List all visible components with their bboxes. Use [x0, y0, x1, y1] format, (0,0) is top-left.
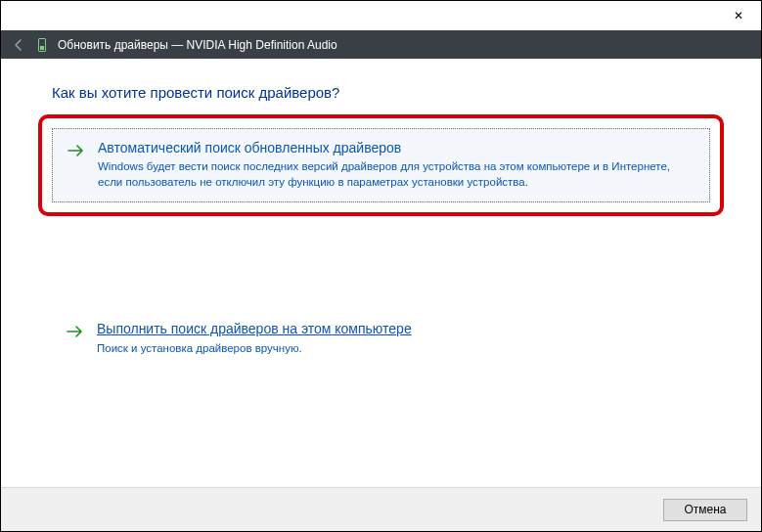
cancel-button[interactable]: Отмена	[663, 499, 747, 521]
option-auto-search[interactable]: Автоматический поиск обновленных драйвер…	[52, 128, 710, 202]
option-auto-title: Автоматический поиск обновленных драйвер…	[98, 139, 695, 156]
header-bar: Обновить драйверы — NVIDIA High Definiti…	[1, 30, 761, 59]
arrow-left-icon	[11, 37, 26, 53]
arrow-right-icon	[66, 322, 85, 341]
option-auto-body: Автоматический поиск обновленных драйвер…	[98, 139, 695, 190]
option-manual-title: Выполнить поиск драйверов на этом компью…	[97, 320, 696, 337]
option-manual-desc: Поиск и установка драйверов вручную.	[97, 340, 696, 356]
option-auto-desc: Windows будет вести поиск последних верс…	[98, 158, 695, 190]
page-heading: Как вы хотите провести поиск драйверов?	[52, 84, 710, 101]
option-manual-body: Выполнить поиск драйверов на этом компью…	[97, 320, 696, 355]
option-manual-search[interactable]: Выполнить поиск драйверов на этом компью…	[52, 310, 710, 367]
close-icon: ✕	[734, 9, 743, 22]
arrow-right-icon	[67, 141, 86, 160]
option-auto-wrap: Автоматический поиск обновленных драйвер…	[52, 128, 710, 202]
back-button[interactable]	[11, 37, 26, 53]
header-title: Обновить драйверы — NVIDIA High Definiti…	[58, 38, 337, 52]
close-button[interactable]: ✕	[716, 1, 761, 30]
titlebar: ✕	[1, 1, 761, 30]
device-icon	[38, 38, 46, 52]
content-area: Как вы хотите провести поиск драйверов? …	[1, 59, 761, 368]
footer: Отмена	[1, 487, 761, 531]
